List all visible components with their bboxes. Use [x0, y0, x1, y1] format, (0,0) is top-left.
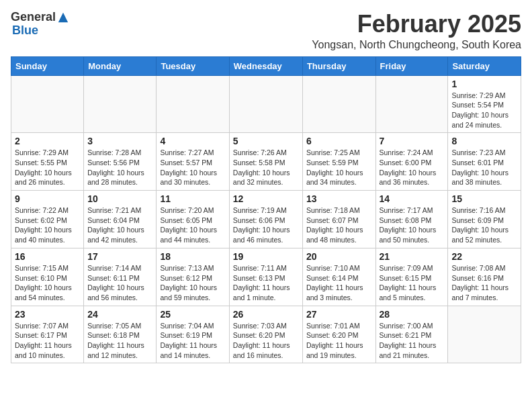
calendar-cell: [375, 75, 448, 133]
weekday-header: Wednesday: [229, 56, 302, 75]
day-number: 7: [380, 136, 445, 146]
calendar-cell: 22Sunrise: 7:08 AMSunset: 6:16 PMDayligh…: [448, 248, 521, 306]
day-info: Sunrise: 7:05 AMSunset: 6:18 PMDaylight:…: [87, 321, 152, 361]
day-info: Sunrise: 7:28 AMSunset: 5:56 PMDaylight:…: [87, 148, 152, 187]
calendar-cell: [302, 75, 375, 133]
calendar-cell: 8Sunrise: 7:23 AMSunset: 6:01 PMDaylight…: [448, 133, 521, 191]
calendar-cell: 10Sunrise: 7:21 AMSunset: 6:04 PMDayligh…: [84, 191, 157, 248]
calendar-cell: 7Sunrise: 7:24 AMSunset: 6:00 PMDaylight…: [375, 133, 448, 191]
logo-icon: [57, 11, 69, 24]
day-info: Sunrise: 7:19 AMSunset: 6:06 PMDaylight:…: [233, 205, 299, 245]
weekday-header: Thursday: [302, 56, 375, 75]
day-number: 13: [306, 193, 372, 204]
calendar-cell: 26Sunrise: 7:03 AMSunset: 6:20 PMDayligh…: [229, 306, 302, 363]
calendar-cell: 15Sunrise: 7:16 AMSunset: 6:09 PMDayligh…: [448, 191, 521, 248]
day-number: 15: [451, 193, 517, 204]
title-block: February 2025 Yongsan, North Chungcheong…: [312, 11, 521, 51]
calendar-cell: 24Sunrise: 7:05 AMSunset: 6:18 PMDayligh…: [84, 306, 157, 363]
calendar-cell: 18Sunrise: 7:13 AMSunset: 6:12 PMDayligh…: [157, 248, 229, 306]
day-number: 11: [160, 193, 225, 204]
day-info: Sunrise: 7:04 AMSunset: 6:19 PMDaylight:…: [160, 321, 225, 361]
calendar-cell: [448, 306, 521, 363]
day-number: 6: [306, 136, 372, 146]
day-number: 8: [451, 136, 517, 146]
day-number: 26: [233, 309, 299, 320]
calendar-week-row: 23Sunrise: 7:07 AMSunset: 6:17 PMDayligh…: [11, 306, 521, 363]
calendar-cell: 21Sunrise: 7:09 AMSunset: 6:15 PMDayligh…: [375, 248, 448, 306]
logo-blue: Blue: [12, 24, 38, 37]
day-number: 22: [451, 251, 517, 262]
weekday-header: Friday: [375, 56, 448, 75]
day-info: Sunrise: 7:23 AMSunset: 6:01 PMDaylight:…: [451, 148, 517, 187]
calendar-cell: 6Sunrise: 7:25 AMSunset: 5:59 PMDaylight…: [302, 133, 375, 191]
day-number: 27: [306, 309, 372, 320]
day-info: Sunrise: 7:18 AMSunset: 6:07 PMDaylight:…: [306, 205, 372, 245]
day-info: Sunrise: 7:14 AMSunset: 6:11 PMDaylight:…: [87, 263, 152, 303]
calendar-cell: 5Sunrise: 7:26 AMSunset: 5:58 PMDaylight…: [229, 133, 302, 191]
calendar-cell: 4Sunrise: 7:27 AMSunset: 5:57 PMDaylight…: [157, 133, 229, 191]
day-info: Sunrise: 7:09 AMSunset: 6:15 PMDaylight:…: [380, 263, 445, 303]
calendar-cell: 27Sunrise: 7:01 AMSunset: 6:20 PMDayligh…: [302, 306, 375, 363]
calendar-cell: 9Sunrise: 7:22 AMSunset: 6:02 PMDaylight…: [11, 191, 84, 248]
weekday-header: Monday: [84, 56, 157, 75]
calendar-cell: 19Sunrise: 7:11 AMSunset: 6:13 PMDayligh…: [229, 248, 302, 306]
calendar-cell: [229, 75, 302, 133]
logo: General Blue: [11, 11, 69, 38]
day-info: Sunrise: 7:21 AMSunset: 6:04 PMDaylight:…: [87, 205, 152, 245]
day-number: 19: [233, 251, 299, 262]
day-info: Sunrise: 7:10 AMSunset: 6:14 PMDaylight:…: [306, 263, 372, 303]
day-info: Sunrise: 7:16 AMSunset: 6:09 PMDaylight:…: [451, 205, 517, 245]
calendar-cell: 12Sunrise: 7:19 AMSunset: 6:06 PMDayligh…: [229, 191, 302, 248]
day-number: 4: [160, 136, 225, 146]
day-info: Sunrise: 7:22 AMSunset: 6:02 PMDaylight:…: [15, 205, 80, 245]
calendar-cell: 23Sunrise: 7:07 AMSunset: 6:17 PMDayligh…: [11, 306, 84, 363]
weekday-header: Tuesday: [157, 56, 229, 75]
day-info: Sunrise: 7:13 AMSunset: 6:12 PMDaylight:…: [160, 263, 225, 303]
day-number: 25: [160, 309, 225, 320]
day-number: 21: [380, 251, 445, 262]
calendar-week-row: 1Sunrise: 7:29 AMSunset: 5:54 PMDaylight…: [11, 75, 521, 133]
calendar-cell: 11Sunrise: 7:20 AMSunset: 6:05 PMDayligh…: [157, 191, 229, 248]
calendar-cell: 2Sunrise: 7:29 AMSunset: 5:55 PMDaylight…: [11, 133, 84, 191]
calendar-cell: 14Sunrise: 7:17 AMSunset: 6:08 PMDayligh…: [375, 191, 448, 248]
weekday-header: Saturday: [448, 56, 521, 75]
day-number: 12: [233, 193, 299, 204]
day-info: Sunrise: 7:26 AMSunset: 5:58 PMDaylight:…: [233, 148, 299, 187]
day-info: Sunrise: 7:01 AMSunset: 6:20 PMDaylight:…: [306, 321, 372, 361]
day-info: Sunrise: 7:25 AMSunset: 5:59 PMDaylight:…: [306, 148, 372, 187]
day-number: 16: [15, 251, 80, 262]
day-info: Sunrise: 7:17 AMSunset: 6:08 PMDaylight:…: [380, 205, 445, 245]
day-number: 2: [15, 136, 80, 146]
logo-general: General: [11, 11, 56, 24]
day-number: 18: [160, 251, 225, 262]
calendar-cell: [84, 75, 157, 133]
calendar-week-row: 9Sunrise: 7:22 AMSunset: 6:02 PMDaylight…: [11, 191, 521, 248]
day-info: Sunrise: 7:24 AMSunset: 6:00 PMDaylight:…: [380, 148, 445, 187]
calendar-cell: 16Sunrise: 7:15 AMSunset: 6:10 PMDayligh…: [11, 248, 84, 306]
day-info: Sunrise: 7:29 AMSunset: 5:55 PMDaylight:…: [15, 148, 80, 187]
day-number: 14: [380, 193, 445, 204]
calendar-cell: [157, 75, 229, 133]
day-info: Sunrise: 7:08 AMSunset: 6:16 PMDaylight:…: [451, 263, 517, 303]
day-info: Sunrise: 7:11 AMSunset: 6:13 PMDaylight:…: [233, 263, 299, 303]
calendar-table: SundayMondayTuesdayWednesdayThursdayFrid…: [11, 56, 521, 364]
day-number: 24: [87, 309, 152, 320]
day-info: Sunrise: 7:03 AMSunset: 6:20 PMDaylight:…: [233, 321, 299, 361]
day-number: 5: [233, 136, 299, 146]
page-header: General Blue February 2025 Yongsan, Nort…: [11, 11, 521, 51]
day-number: 23: [15, 309, 80, 320]
calendar-week-row: 16Sunrise: 7:15 AMSunset: 6:10 PMDayligh…: [11, 248, 521, 306]
day-info: Sunrise: 7:29 AMSunset: 5:54 PMDaylight:…: [451, 91, 517, 130]
day-info: Sunrise: 7:20 AMSunset: 6:05 PMDaylight:…: [160, 205, 225, 245]
calendar-header-row: SundayMondayTuesdayWednesdayThursdayFrid…: [11, 56, 521, 75]
calendar-cell: 1Sunrise: 7:29 AMSunset: 5:54 PMDaylight…: [448, 75, 521, 133]
day-info: Sunrise: 7:07 AMSunset: 6:17 PMDaylight:…: [15, 321, 80, 361]
calendar-cell: 20Sunrise: 7:10 AMSunset: 6:14 PMDayligh…: [302, 248, 375, 306]
day-number: 9: [15, 193, 80, 204]
day-number: 10: [87, 193, 152, 204]
calendar-cell: 3Sunrise: 7:28 AMSunset: 5:56 PMDaylight…: [84, 133, 157, 191]
calendar-cell: 17Sunrise: 7:14 AMSunset: 6:11 PMDayligh…: [84, 248, 157, 306]
calendar-cell: 25Sunrise: 7:04 AMSunset: 6:19 PMDayligh…: [157, 306, 229, 363]
calendar-cell: 13Sunrise: 7:18 AMSunset: 6:07 PMDayligh…: [302, 191, 375, 248]
location-title: Yongsan, North Chungcheong, South Korea: [312, 39, 521, 51]
